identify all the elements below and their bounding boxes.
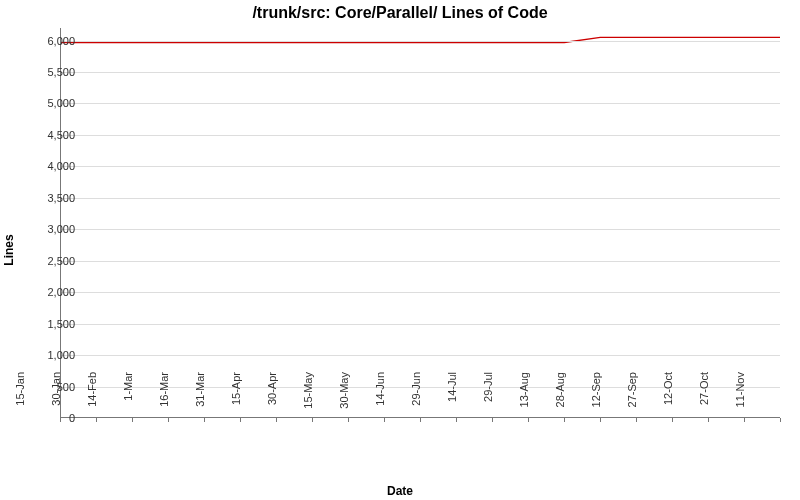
x-tick-label: 12-Oct bbox=[662, 372, 674, 422]
chart-title: /trunk/src: Core/Parallel/ Lines of Code bbox=[0, 4, 800, 22]
data-line-svg bbox=[61, 28, 780, 417]
gridline bbox=[61, 229, 780, 230]
x-tick-label: 16-Mar bbox=[158, 372, 170, 422]
x-tick-label: 27-Oct bbox=[698, 372, 710, 422]
x-tick-label: 31-Mar bbox=[194, 372, 206, 422]
x-tick-label: 30-Apr bbox=[266, 372, 278, 422]
gridline bbox=[61, 166, 780, 167]
gridline bbox=[61, 355, 780, 356]
x-tick-label: 12-Sep bbox=[590, 372, 602, 422]
y-tick-label: 1,500 bbox=[15, 318, 75, 330]
x-tick-label: 14-Jun bbox=[374, 372, 386, 422]
gridline bbox=[61, 135, 780, 136]
chart-container: /trunk/src: Core/Parallel/ Lines of Code… bbox=[0, 0, 800, 500]
y-tick-label: 3,000 bbox=[15, 223, 75, 235]
y-tick-label: 6,000 bbox=[15, 35, 75, 47]
gridline bbox=[61, 292, 780, 293]
gridline bbox=[61, 324, 780, 325]
y-axis-label: Lines bbox=[2, 234, 16, 265]
x-tick-label: 1-Mar bbox=[122, 372, 134, 422]
gridline bbox=[61, 72, 780, 73]
y-tick-label: 3,500 bbox=[15, 192, 75, 204]
y-tick-label: 1,000 bbox=[15, 349, 75, 361]
gridline bbox=[61, 41, 780, 42]
x-tick-label: 13-Aug bbox=[518, 372, 530, 422]
x-tick-mark bbox=[780, 418, 781, 422]
y-tick-label: 2,000 bbox=[15, 286, 75, 298]
plot-area bbox=[60, 28, 780, 418]
x-tick-label: 30-Jan bbox=[50, 372, 62, 422]
x-tick-label: 14-Jul bbox=[446, 372, 458, 422]
x-tick-label: 27-Sep bbox=[626, 372, 638, 422]
gridline bbox=[61, 261, 780, 262]
x-tick-label: 29-Jul bbox=[482, 372, 494, 422]
x-tick-label: 28-Aug bbox=[554, 372, 566, 422]
gridline bbox=[61, 198, 780, 199]
x-tick-label: 15-Apr bbox=[230, 372, 242, 422]
y-tick-label: 5,500 bbox=[15, 66, 75, 78]
x-tick-label: 15-May bbox=[302, 372, 314, 422]
gridline bbox=[61, 103, 780, 104]
x-tick-label: 14-Feb bbox=[86, 372, 98, 422]
y-tick-label: 2,500 bbox=[15, 255, 75, 267]
y-tick-label: 5,000 bbox=[15, 97, 75, 109]
y-tick-label: 4,000 bbox=[15, 160, 75, 172]
x-tick-label: 15-Jan bbox=[14, 372, 26, 422]
x-tick-label: 30-May bbox=[338, 372, 350, 422]
x-tick-label: 11-Nov bbox=[734, 372, 746, 422]
x-axis-label: Date bbox=[0, 484, 800, 498]
x-tick-label: 29-Jun bbox=[410, 372, 422, 422]
y-tick-label: 4,500 bbox=[15, 129, 75, 141]
